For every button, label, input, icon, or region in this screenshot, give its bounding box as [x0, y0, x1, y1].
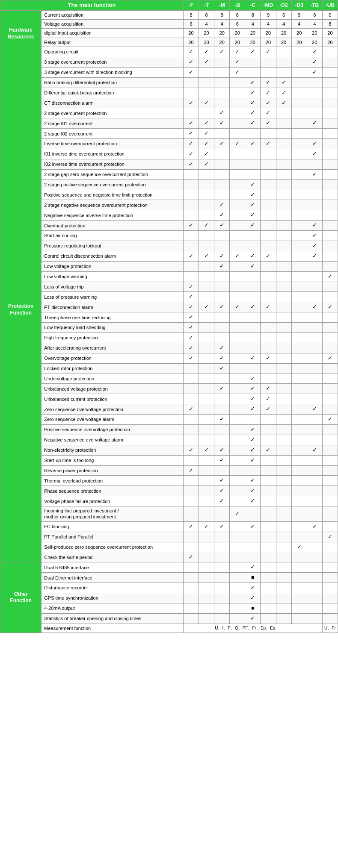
value-cell-6 [276, 231, 291, 241]
value-cell-9 [322, 496, 338, 506]
value-cell-3 [230, 363, 245, 374]
table-row: 2 stage overcurrent protection✓✓✓ [0, 108, 338, 118]
value-cell-1 [199, 343, 214, 353]
value-cell-5 [261, 486, 276, 496]
col-tb-header: -TB [307, 0, 322, 11]
value-cell-6 [276, 562, 291, 573]
value-cell-6 [276, 47, 291, 57]
value-cell-4: ✓ [245, 210, 261, 221]
col-f-header: -F [183, 0, 199, 11]
value-cell-4: ✓ [245, 562, 261, 573]
value-cell-2: ✓ [214, 455, 230, 465]
value-cell-5 [261, 190, 276, 200]
value-cell-8: ✓ [307, 302, 322, 312]
value-cell-3 [230, 394, 245, 404]
value-cell-9 [322, 476, 338, 486]
value-cell-4: ✓ [245, 583, 261, 593]
table-row: digital input acquisition202020202020202… [0, 29, 338, 38]
feature-cell: PT Parallel and Parallel [42, 532, 184, 542]
value-cell-1 [199, 312, 214, 323]
value-cell-4: ✓ [245, 404, 261, 415]
value-cell-7 [291, 159, 307, 169]
value-cell-0 [183, 108, 199, 118]
value-cell-4 [245, 532, 261, 542]
value-cell-2: 4 [214, 20, 230, 29]
value-cell-4 [245, 415, 261, 425]
feature-cell: Reverse power protection [42, 465, 184, 476]
value-cell-0 [183, 384, 199, 394]
value-cell-7 [291, 241, 307, 251]
value-cell-9 [322, 435, 338, 445]
value-cell-4 [245, 333, 261, 343]
value-cell-3 [230, 435, 245, 445]
value-cell-9 [322, 149, 338, 159]
feature-cell: Overvoltage protection [42, 353, 184, 363]
value-cell-2: ✓ [214, 496, 230, 506]
feature-cell: Non-electricity protection [42, 445, 184, 455]
feature-cell: Zero sequence overvoltage alarm [42, 415, 184, 425]
value-cell-2 [214, 323, 230, 333]
value-cell-1: 4 [199, 20, 214, 29]
value-cell-4: ■ [245, 603, 261, 613]
value-cell-5 [261, 159, 276, 169]
value-cell-3 [230, 573, 245, 583]
value-cell-7 [291, 292, 307, 302]
value-cell-1 [199, 573, 214, 583]
value-cell-1: ✓ [199, 521, 214, 532]
feature-cell: Relay output [42, 38, 184, 47]
value-cell-8: ✓ [307, 57, 322, 67]
value-cell-7 [291, 169, 307, 179]
value-cell-0 [183, 210, 199, 221]
value-cell-3 [230, 159, 245, 169]
feature-cell: High frequency protection [42, 333, 184, 343]
value-cell-2: 20 [214, 38, 230, 47]
table-row: Loss of voltage trip✓ [0, 282, 338, 292]
value-cell-9: 20 [322, 29, 338, 38]
value-cell-6 [276, 57, 291, 67]
value-cell-1: ✓ [199, 47, 214, 57]
value-cell-7 [291, 261, 307, 271]
value-cell-2: ✓ [214, 384, 230, 394]
value-cell-9 [322, 425, 338, 435]
table-row: Disturbance recorder✓ [0, 583, 338, 593]
value-cell-6 [276, 333, 291, 343]
value-cell-5 [261, 363, 276, 374]
value-cell-1: 20 [199, 29, 214, 38]
value-cell-4 [245, 149, 261, 159]
value-cell-1: ✓ [199, 221, 214, 231]
value-cell-1: ✓ [199, 302, 214, 312]
value-cell-3 [230, 261, 245, 271]
value-cell-2 [214, 573, 230, 583]
value-cell-7 [291, 353, 307, 363]
feature-cell: GPS time synchronization [42, 593, 184, 603]
value-cell-3 [230, 445, 245, 455]
feature-cell: 4-20mA output [42, 603, 184, 613]
value-cell-6 [276, 521, 291, 532]
value-cell-9 [322, 129, 338, 139]
value-cell-2 [214, 67, 230, 77]
value-cell-8 [307, 603, 322, 613]
value-cell-3 [230, 562, 245, 573]
value-cell-6 [276, 139, 291, 149]
value-cell-7 [291, 77, 307, 88]
value-cell-5 [261, 57, 276, 67]
value-cell-6 [276, 159, 291, 169]
value-cell-2: ✓ [214, 118, 230, 129]
value-cell-8 [307, 425, 322, 435]
value-cell-3 [230, 241, 245, 251]
value-cell-1 [199, 363, 214, 374]
value-cell-0 [183, 200, 199, 210]
value-cell-0: ✓ [183, 302, 199, 312]
value-cell-3 [230, 552, 245, 562]
value-cell-6 [276, 404, 291, 415]
value-cell-8 [307, 562, 322, 573]
feature-cell: Unbalanced current protection [42, 394, 184, 404]
value-cell-3 [230, 465, 245, 476]
value-cell-5 [261, 67, 276, 77]
value-cell-9 [322, 67, 338, 77]
value-cell-2 [214, 88, 230, 98]
value-cell-0: ✓ [183, 98, 199, 108]
feature-cell: Measurement function [42, 624, 184, 633]
value-cell-0: ✓ [183, 552, 199, 562]
value-cell-2 [214, 435, 230, 445]
